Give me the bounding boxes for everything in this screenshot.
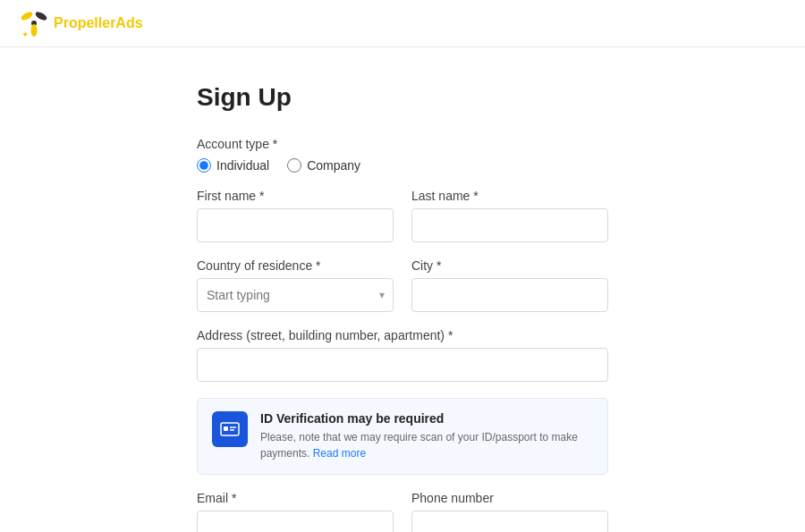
city-input[interactable]: [411, 278, 608, 312]
id-notice-text: Please, note that we may require scan of…: [260, 429, 593, 461]
radio-individual[interactable]: Individual: [197, 158, 269, 173]
last-name-group: Last name *: [411, 189, 608, 242]
svg-point-3: [31, 24, 38, 37]
phone-input[interactable]: [411, 511, 608, 532]
email-group: Email *: [197, 491, 394, 532]
radio-individual-label: Individual: [216, 158, 269, 173]
id-notice-content: ID Verification may be required Please, …: [260, 411, 593, 461]
city-group: City *: [411, 258, 608, 312]
country-input[interactable]: [197, 278, 394, 312]
phone-label: Phone number: [411, 491, 608, 505]
page-title: Sign Up: [197, 83, 608, 112]
phone-group: Phone number: [411, 491, 608, 532]
radio-company[interactable]: Company: [287, 158, 360, 173]
email-input[interactable]: [197, 511, 394, 532]
country-label: Country of residence *: [197, 258, 394, 273]
address-input[interactable]: [197, 348, 608, 382]
first-name-label: First name *: [197, 189, 394, 203]
id-card-icon: [219, 418, 241, 440]
account-type-label: Account type *: [197, 137, 608, 151]
logo-text: PropellerAds: [54, 15, 143, 31]
first-name-group: First name *: [197, 189, 394, 242]
form-container: Sign Up Account type * Individual Compan…: [197, 83, 608, 532]
email-label: Email *: [197, 491, 394, 505]
radio-individual-input[interactable]: [197, 158, 211, 173]
svg-point-1: [20, 10, 34, 21]
radio-company-input[interactable]: [287, 158, 301, 173]
id-notice: ID Verification may be required Please, …: [197, 398, 608, 475]
contact-row: Email * Phone number: [197, 491, 608, 532]
svg-text:✦: ✦: [21, 30, 29, 39]
address-label: Address (street, building number, apartm…: [197, 328, 608, 342]
location-row: Country of residence * ▾ City *: [197, 258, 608, 328]
last-name-input[interactable]: [411, 208, 608, 242]
account-type-section: Account type * Individual Company: [197, 137, 608, 173]
id-notice-title: ID Verification may be required: [260, 411, 593, 426]
svg-rect-6: [224, 426, 228, 431]
city-label: City *: [411, 258, 608, 273]
id-verification-icon: [212, 411, 248, 447]
logo[interactable]: ✦ PropellerAds: [18, 7, 143, 39]
first-name-input[interactable]: [197, 208, 394, 242]
name-row: First name * Last name *: [197, 189, 608, 258]
main-content: Sign Up Account type * Individual Compan…: [0, 47, 805, 532]
country-select-wrapper: ▾: [197, 278, 394, 312]
header: ✦ PropellerAds: [0, 0, 805, 47]
radio-company-label: Company: [307, 158, 360, 173]
read-more-link[interactable]: Read more: [313, 447, 366, 460]
address-group: Address (street, building number, apartm…: [197, 328, 608, 382]
last-name-label: Last name *: [411, 189, 608, 203]
svg-point-2: [34, 10, 48, 21]
country-group: Country of residence * ▾: [197, 258, 394, 312]
logo-icon: ✦: [18, 7, 50, 39]
account-type-radio-group: Individual Company: [197, 158, 608, 173]
